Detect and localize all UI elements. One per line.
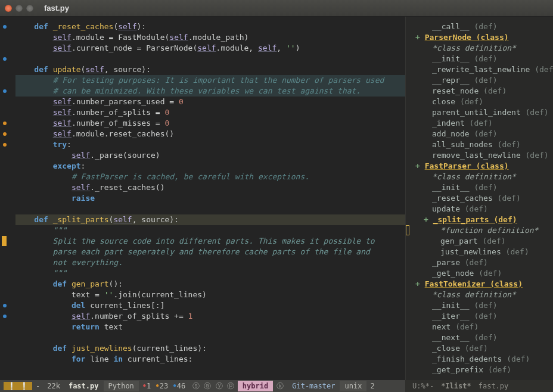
outline-item-label[interactable]: _parse	[432, 258, 460, 267]
outline-row[interactable]: __repr__ (def)	[411, 75, 551, 86]
code-line[interactable]: self.number_of_misses = 0	[15, 118, 405, 129]
outline-panel[interactable]: __call__ (def)+ ParserNode (class) *clas…	[405, 17, 553, 380]
modeline-major-mode[interactable]: Python	[104, 381, 139, 391]
outline-row[interactable]: parent_until_indent (def)	[411, 107, 551, 118]
outline-item-label[interactable]: __call__	[432, 22, 470, 31]
outline-row[interactable]: _indent (def)	[411, 118, 551, 129]
outline-class-label[interactable]: FastTokenizer (class)	[425, 279, 523, 288]
code-line[interactable]: self.number_of_splits += 1	[15, 311, 405, 322]
code-line[interactable]: def just_newlines(current_lines):	[15, 343, 405, 354]
outline-item-label[interactable]: _get_node	[432, 269, 474, 278]
outline-item-label[interactable]: _reset_caches	[432, 194, 493, 203]
code-buffer[interactable]: def _reset_caches(self): self.module = F…	[12, 17, 405, 380]
outline-row[interactable]: _finish_dedents (def)	[411, 354, 551, 365]
code-line[interactable]: self.current_node = ParserNode(self.modu…	[15, 43, 405, 54]
outline-row[interactable]: add_node (def)	[411, 129, 551, 139]
outline-item-label[interactable]: _rewrite_last_newline	[432, 65, 530, 74]
code-line[interactable]: # For testing purposes: It is important …	[15, 75, 405, 86]
code-line[interactable]: def gen_part():	[15, 279, 405, 290]
code-line[interactable]: parse each part seperately and therefore…	[15, 247, 405, 257]
outline-definition-label[interactable]: *class definition*	[432, 290, 516, 299]
outline-item-label[interactable]: add_node	[432, 129, 470, 138]
code-line[interactable]: raise	[15, 193, 405, 204]
outline-item-label[interactable]: update	[432, 204, 460, 213]
outline-row[interactable]: close (def)	[411, 97, 551, 107]
outline-row[interactable]: __init__ (def)	[411, 300, 551, 311]
code-line[interactable]: not everything.	[15, 257, 405, 268]
window-maximize-icon[interactable]	[26, 5, 33, 12]
outline-row[interactable]: __next__ (def)	[411, 332, 551, 343]
outline-item-label[interactable]: __repr__	[432, 76, 470, 85]
outline-row[interactable]: __call__ (def)	[411, 21, 551, 32]
outline-definition-label[interactable]: *class definition*	[432, 172, 516, 181]
code-line[interactable]: self._reset_caches()	[15, 182, 405, 193]
outline-row[interactable]: _get_node (def)	[411, 268, 551, 279]
outline-row[interactable]: + _split_parts (def)	[411, 214, 551, 225]
outline-row[interactable]: *function definition*	[411, 225, 551, 236]
outline-item-label[interactable]: all_sub_nodes	[432, 140, 493, 149]
outline-row[interactable]: __init__ (def)	[411, 182, 551, 193]
outline-row[interactable]: _reset_caches (def)	[411, 193, 551, 204]
outline-item-label[interactable]: just_newlines	[440, 247, 501, 256]
outline-row[interactable]: _close (def)	[411, 343, 551, 354]
code-line[interactable]: self.number_parsers_used = 0	[15, 97, 405, 107]
outline-row[interactable]: _get_prefix (def)	[411, 365, 551, 375]
code-line[interactable]: """	[15, 268, 405, 279]
outline-item-label[interactable]: reset_node	[432, 86, 479, 95]
window-minimize-icon[interactable]	[15, 5, 23, 12]
outline-item-label[interactable]: _get_prefix	[432, 365, 483, 374]
outline-expand-icon[interactable]: +	[424, 215, 428, 224]
outline-row[interactable]: reset_node (def)	[411, 86, 551, 97]
code-line[interactable]: # can be minimized. With these variables…	[15, 86, 405, 97]
code-line[interactable]: self.number_of_splits = 0	[15, 107, 405, 118]
code-line[interactable]: self.module.reset_caches()	[15, 129, 405, 139]
outline-row[interactable]: gen_part (def)	[411, 236, 551, 247]
outline-expand-icon[interactable]: +	[415, 161, 420, 170]
outline-item-label[interactable]: _finish_dedents	[432, 354, 502, 363]
code-line[interactable]: del current_lines[:]	[15, 300, 405, 311]
code-line[interactable]: def update(self, source):	[15, 64, 405, 75]
code-line[interactable]: try:	[15, 139, 405, 150]
outline-item-label[interactable]: __init__	[432, 183, 470, 192]
outline-current-label[interactable]: _split_parts (def)	[433, 215, 517, 224]
outline-item-label[interactable]: __init__	[432, 301, 470, 310]
code-line[interactable]: # FastParser is cached, be careful with …	[15, 172, 405, 182]
outline-row[interactable]: *class definition*	[411, 172, 551, 182]
outline-class-label[interactable]: FastParser (class)	[425, 161, 509, 170]
code-line[interactable]	[15, 332, 405, 343]
code-line[interactable]: def _reset_caches(self):	[15, 21, 405, 32]
outline-row[interactable]: __init__ (def)	[411, 54, 551, 64]
outline-definition-label[interactable]: *class definition*	[432, 43, 516, 52]
code-line[interactable]: return text	[15, 322, 405, 332]
outline-row[interactable]: _parse (def)	[411, 257, 551, 268]
code-line[interactable]	[15, 54, 405, 64]
mode-line-outline[interactable]: U:%*- *Ilist* fast.py	[405, 380, 553, 392]
outline-item-label[interactable]: remove_last_newline	[432, 151, 521, 160]
code-line[interactable]: """	[15, 225, 405, 236]
outline-item-label[interactable]: __iter__	[432, 312, 470, 321]
code-line[interactable]: for line in current_lines:	[15, 354, 405, 365]
outline-row[interactable]: __iter__ (def)	[411, 311, 551, 322]
outline-item-label[interactable]: close	[432, 97, 455, 106]
outline-row[interactable]: *class definition*	[411, 290, 551, 300]
code-line[interactable]: text = ''.join(current_lines)	[15, 290, 405, 300]
outline-item-label[interactable]: next	[432, 322, 451, 331]
code-line[interactable]	[15, 204, 405, 214]
outline-row[interactable]: update (def)	[411, 204, 551, 214]
window-close-icon[interactable]	[5, 5, 12, 12]
outline-row[interactable]: *class definition*	[411, 43, 551, 54]
outline-row[interactable]: + FastParser (class)	[411, 161, 551, 172]
code-line[interactable]: Split the source code into different par…	[15, 236, 405, 247]
code-line[interactable]: self.module = FastModule(self.module_pat…	[15, 32, 405, 43]
outline-expand-icon[interactable]: +	[415, 279, 420, 288]
outline-definition-label[interactable]: *function definition*	[440, 226, 538, 235]
code-line-current[interactable]: def _split_parts(self, source):	[15, 214, 405, 225]
outline-row[interactable]: + ParserNode (class)	[411, 32, 551, 43]
outline-item-label[interactable]: __next__	[432, 333, 470, 342]
outline-item-label[interactable]: gen_part	[440, 237, 478, 245]
outline-expand-icon[interactable]: +	[415, 33, 420, 42]
outline-row[interactable]: all_sub_nodes (def)	[411, 139, 551, 150]
outline-row[interactable]: _rewrite_last_newline (def)	[411, 64, 551, 75]
outline-item-label[interactable]: parent_until_indent	[432, 108, 521, 117]
outline-row[interactable]: + FastTokenizer (class)	[411, 279, 551, 290]
